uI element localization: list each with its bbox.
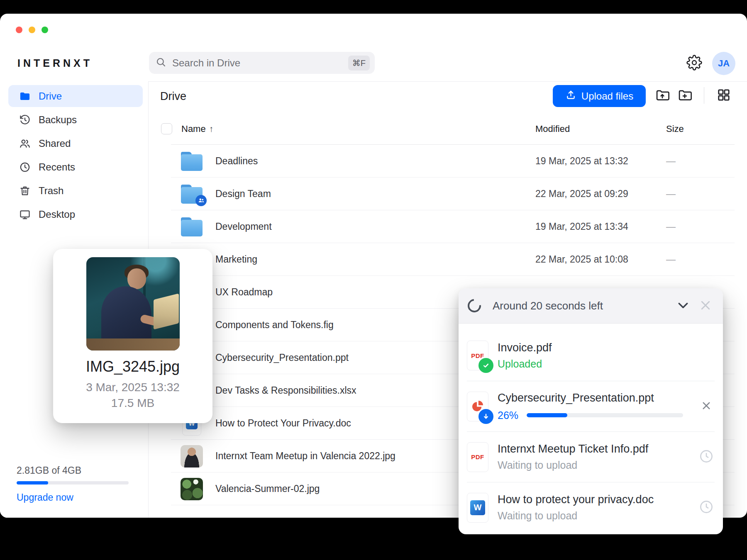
preview-date: 3 Mar, 2025 13:32 bbox=[53, 381, 212, 394]
upload-folder-button[interactable] bbox=[653, 86, 671, 105]
upload-files-button[interactable]: Upload files bbox=[553, 85, 646, 107]
powerpoint-file-icon bbox=[467, 392, 488, 421]
grid-view-icon bbox=[717, 88, 731, 103]
file-modified: 22 Mar, 2025 at 10:08 bbox=[535, 243, 628, 276]
upload-percent-label: 26% bbox=[498, 409, 518, 421]
grid-view-button[interactable] bbox=[715, 86, 733, 105]
search-icon bbox=[156, 57, 166, 69]
upload-item-name: Cybersecurity_Presentation.ppt bbox=[498, 392, 689, 404]
close-icon bbox=[698, 298, 713, 314]
file-name: Deadlines bbox=[215, 145, 258, 178]
sidebar-nav: DriveBackupsSharedRecentsTrashDesktop bbox=[0, 81, 148, 225]
select-all-checkbox[interactable] bbox=[161, 123, 172, 134]
upload-item-status: Waiting to upload bbox=[498, 459, 689, 471]
uploading-arrow-badge bbox=[478, 409, 493, 424]
waiting-clock-icon bbox=[698, 499, 714, 516]
file-size: — bbox=[666, 210, 676, 243]
shared-people-icon bbox=[19, 137, 31, 150]
cancel-upload-button[interactable] bbox=[698, 398, 715, 415]
minimize-window-button[interactable] bbox=[29, 27, 35, 33]
column-header-name[interactable]: Name↑ bbox=[181, 124, 213, 134]
sidebar-item-recents[interactable]: Recents bbox=[8, 156, 143, 178]
recents-clock-icon bbox=[19, 161, 31, 173]
file-name: Development bbox=[215, 210, 272, 243]
folder-plus-icon bbox=[677, 88, 692, 104]
column-header-size[interactable]: Size bbox=[666, 124, 684, 134]
file-name: Components and Tokens.fig bbox=[215, 309, 334, 341]
toolbar-divider bbox=[704, 87, 704, 104]
upgrade-now-link[interactable]: Upgrade now bbox=[17, 492, 129, 503]
sidebar-item-shared[interactable]: Shared bbox=[8, 132, 143, 154]
sort-ascending-icon: ↑ bbox=[209, 124, 214, 134]
upload-progress-bar bbox=[527, 413, 683, 417]
upload-item: WHow to protect your privacy.docWaiting … bbox=[467, 482, 715, 533]
avatar[interactable]: JA bbox=[712, 52, 735, 75]
preview-size: 17.5 MB bbox=[53, 397, 212, 410]
file-name: Design Team bbox=[215, 178, 271, 210]
photo-detail bbox=[154, 293, 179, 329]
sidebar-item-trash[interactable]: Trash bbox=[8, 180, 143, 202]
upload-item: PDFInvoice.pdfUploaded bbox=[467, 330, 715, 381]
settings-button[interactable] bbox=[685, 54, 703, 73]
upload-panel-title: Around 20 seconds left bbox=[493, 299, 675, 312]
column-header-modified[interactable]: Modified bbox=[535, 124, 570, 134]
file-name: Internxt Team Meetup in Valencia 2022.jp… bbox=[215, 440, 395, 472]
search-bar[interactable]: ⌘F bbox=[149, 52, 375, 74]
shared-folder-icon bbox=[180, 178, 204, 210]
preview-photo bbox=[86, 257, 180, 351]
chevron-down-icon bbox=[676, 298, 691, 314]
upload-progress-panel: Around 20 seconds left PDFInvoice.pdfUpl… bbox=[459, 288, 723, 534]
file-modified: 19 Mar, 2025 at 13:34 bbox=[535, 210, 628, 243]
close-window-button[interactable] bbox=[16, 27, 22, 33]
upload-item: Cybersecurity_Presentation.ppt26% bbox=[467, 381, 715, 431]
file-modified: 19 Mar, 2025 at 13:32 bbox=[535, 145, 628, 178]
storage-progress-fill bbox=[17, 481, 48, 485]
pdf-file-icon: PDF bbox=[467, 341, 488, 370]
file-size: — bbox=[666, 243, 676, 276]
sidebar-item-desktop[interactable]: Desktop bbox=[8, 203, 143, 225]
file-name: Valencia-Summer-02.jpg bbox=[215, 472, 320, 505]
maximize-window-button[interactable] bbox=[42, 27, 48, 33]
storage-progress-bar bbox=[17, 481, 129, 485]
photo-detail bbox=[127, 268, 146, 289]
table-row[interactable]: Deadlines19 Mar, 2025 at 13:32— bbox=[171, 145, 735, 178]
upload-items: PDFInvoice.pdfUploadedCybersecurity_Pres… bbox=[459, 324, 723, 533]
file-size: — bbox=[666, 178, 676, 210]
upload-progress-fill bbox=[527, 413, 567, 417]
sidebar-item-drive[interactable]: Drive bbox=[8, 85, 143, 107]
close-panel-button[interactable] bbox=[697, 297, 714, 314]
table-row[interactable]: Design Team22 Mar, 2025 at 09:29— bbox=[171, 178, 735, 210]
sidebar-item-label: Desktop bbox=[39, 209, 75, 220]
sidebar-item-backups[interactable]: Backups bbox=[8, 109, 143, 131]
waiting-clock-icon bbox=[698, 448, 714, 466]
upload-item-status: Uploaded bbox=[498, 358, 689, 370]
search-input[interactable] bbox=[171, 57, 348, 69]
window-controls bbox=[16, 27, 48, 33]
drive-folder-icon bbox=[19, 90, 31, 102]
uploaded-check-badge bbox=[478, 358, 493, 373]
folder-upload-icon bbox=[655, 88, 670, 104]
upload-panel-header: Around 20 seconds left bbox=[459, 288, 723, 324]
gear-icon bbox=[686, 55, 702, 72]
storage-widget: 2.81GB of 4GB Upgrade now bbox=[17, 465, 129, 503]
sidebar-item-label: Shared bbox=[39, 138, 71, 149]
shared-badge bbox=[195, 195, 207, 206]
sidebar-item-label: Backups bbox=[39, 114, 77, 126]
file-preview-card: IMG_3245.jpg 3 Mar, 2025 13:32 17.5 MB bbox=[53, 249, 212, 423]
file-name: UX Roadmap bbox=[215, 276, 273, 309]
folder-icon bbox=[180, 145, 204, 178]
search-shortcut-badge: ⌘F bbox=[348, 56, 370, 71]
pdf-file-icon: PDF bbox=[467, 442, 488, 472]
table-row[interactable]: Marketing22 Mar, 2025 at 10:08— bbox=[171, 243, 735, 276]
upload-icon bbox=[565, 89, 576, 103]
photo-detail bbox=[101, 286, 152, 342]
name-column-label: Name bbox=[181, 124, 206, 134]
create-folder-button[interactable] bbox=[676, 86, 694, 105]
upload-files-label: Upload files bbox=[581, 90, 633, 102]
collapse-panel-button[interactable] bbox=[675, 297, 691, 314]
table-row[interactable]: Development19 Mar, 2025 at 13:34— bbox=[171, 210, 735, 243]
page-title: Drive bbox=[160, 90, 186, 103]
preview-filename: IMG_3245.jpg bbox=[53, 358, 212, 375]
word-file-icon: W bbox=[467, 493, 488, 523]
upload-item-status: Waiting to upload bbox=[498, 510, 689, 522]
